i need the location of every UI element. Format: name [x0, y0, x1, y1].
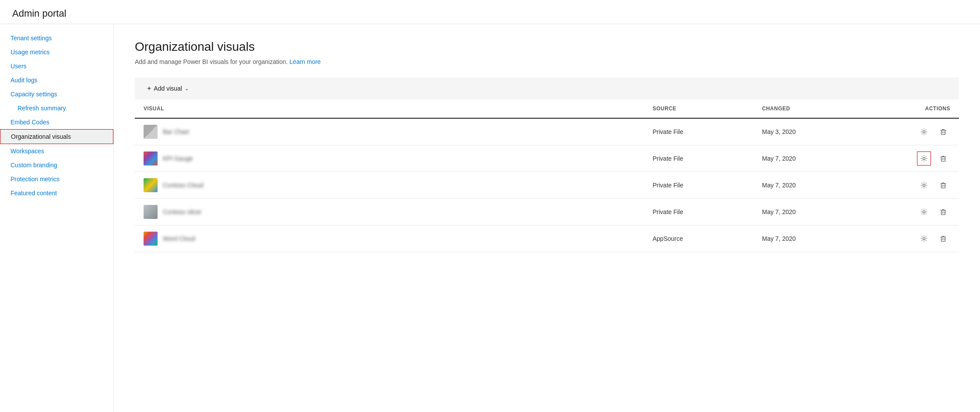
sidebar-item-users[interactable]: Users — [0, 59, 113, 73]
sidebar-item-usage-metrics[interactable]: Usage metrics — [0, 45, 113, 59]
changed-cell-row5: May 7, 2020 — [762, 235, 871, 242]
chevron-down-icon: ⌄ — [185, 86, 189, 92]
gear-button-row3[interactable] — [917, 178, 931, 192]
plus-icon: + — [147, 85, 151, 92]
svg-point-12 — [923, 211, 925, 213]
page-title: Organizational visuals — [135, 40, 959, 54]
sidebar-item-custom-branding[interactable]: Custom branding — [0, 158, 113, 172]
changed-cell-row1: May 3, 2020 — [762, 128, 871, 135]
svg-point-8 — [923, 184, 925, 186]
visual-name-row4: Contoso slicer — [163, 208, 202, 215]
sidebar-item-workspaces[interactable]: Workspaces — [0, 144, 113, 158]
sidebar-item-protection-metrics[interactable]: Protection metrics — [0, 172, 113, 186]
table-header: VISUAL SOURCE CHANGED ACTIONS — [135, 99, 959, 119]
main-content: Organizational visuals Add and manage Po… — [114, 24, 980, 412]
trash-button-row1[interactable] — [936, 125, 950, 139]
actions-cell-row2 — [871, 151, 950, 166]
visual-cell-row1: Bar Chart — [144, 125, 653, 139]
sidebar-item-capacity-settings[interactable]: Capacity settings — [0, 87, 113, 101]
source-cell-row3: Private File — [653, 182, 762, 189]
visual-thumb-row4 — [144, 205, 158, 219]
visual-cell-row2: KPI Gauge — [144, 151, 653, 166]
visual-cell-row4: Contoso slicer — [144, 205, 653, 219]
table-row: Contoso slicerPrivate FileMay 7, 2020 — [135, 199, 959, 225]
svg-point-0 — [923, 130, 925, 133]
visual-thumb-row5 — [144, 232, 158, 246]
visual-name-row2: KPI Gauge — [163, 155, 193, 162]
sidebar-item-tenant-settings[interactable]: Tenant settings — [0, 31, 113, 45]
visual-cell-row5: Word Cloud — [144, 232, 653, 246]
source-cell-row5: AppSource — [653, 235, 762, 242]
changed-cell-row3: May 7, 2020 — [762, 182, 871, 189]
trash-button-row3[interactable] — [936, 178, 950, 192]
col-visual-header: VISUAL — [144, 106, 653, 112]
sidebar-item-organizational-visuals[interactable]: Organizational visuals — [0, 129, 113, 144]
add-visual-button[interactable]: + Add visual ⌄ — [144, 83, 192, 94]
visual-cell-row3: Contoso Cloud — [144, 178, 653, 192]
source-cell-row1: Private File — [653, 128, 762, 135]
visual-name-row5: Word Cloud — [163, 235, 195, 242]
trash-button-row2[interactable] — [936, 151, 950, 166]
trash-button-row5[interactable] — [936, 232, 950, 246]
svg-rect-1 — [941, 130, 945, 134]
svg-rect-9 — [941, 183, 945, 188]
actions-cell-row4 — [871, 205, 950, 219]
col-changed-header: CHANGED — [762, 106, 871, 112]
sidebar-item-featured-content[interactable]: Featured content — [0, 186, 113, 200]
visual-name-row3: Contoso Cloud — [163, 182, 204, 189]
gear-button-row1[interactable] — [917, 125, 931, 139]
main-layout: Tenant settingsUsage metricsUsersAudit l… — [0, 24, 980, 412]
svg-point-16 — [923, 237, 925, 239]
table-row: Bar ChartPrivate FileMay 3, 2020 — [135, 119, 959, 145]
visual-thumb-row1 — [144, 125, 158, 139]
svg-rect-13 — [941, 210, 945, 215]
sidebar: Tenant settingsUsage metricsUsersAudit l… — [0, 24, 114, 412]
table-row: Word CloudAppSourceMay 7, 2020 — [135, 225, 959, 252]
changed-cell-row2: May 7, 2020 — [762, 155, 871, 162]
changed-cell-row4: May 7, 2020 — [762, 208, 871, 215]
actions-cell-row3 — [871, 178, 950, 192]
sidebar-item-embed-codes[interactable]: Embed Codes — [0, 115, 113, 129]
svg-rect-5 — [941, 157, 945, 161]
visual-thumb-row3 — [144, 178, 158, 192]
table-rows-container: Bar ChartPrivate FileMay 3, 2020 KPI Gau… — [135, 119, 959, 252]
col-source-header: SOURCE — [653, 106, 762, 112]
col-actions-header: ACTIONS — [871, 106, 950, 112]
toolbar: + Add visual ⌄ — [135, 77, 959, 99]
page-subtitle: Add and manage Power BI visuals for your… — [135, 58, 959, 65]
subtitle-text: Add and manage Power BI visuals for your… — [135, 58, 288, 65]
sidebar-item-refresh-summary[interactable]: Refresh summary — [0, 101, 113, 115]
gear-button-row5[interactable] — [917, 232, 931, 246]
svg-point-4 — [923, 157, 925, 159]
top-bar: Admin portal — [0, 0, 980, 24]
visual-thumb-row2 — [144, 151, 158, 166]
actions-cell-row5 — [871, 232, 950, 246]
gear-button-row4[interactable] — [917, 205, 931, 219]
source-cell-row4: Private File — [653, 208, 762, 215]
actions-cell-row1 — [871, 125, 950, 139]
table-row: KPI GaugePrivate FileMay 7, 2020 — [135, 145, 959, 172]
trash-button-row4[interactable] — [936, 205, 950, 219]
app-container: Admin portal Tenant settingsUsage metric… — [0, 0, 980, 412]
svg-rect-17 — [941, 237, 945, 241]
gear-button-row2[interactable] — [917, 151, 931, 166]
table-row: Contoso CloudPrivate FileMay 7, 2020 — [135, 172, 959, 199]
sidebar-item-audit-logs[interactable]: Audit logs — [0, 73, 113, 87]
visual-name-row1: Bar Chart — [163, 128, 189, 135]
app-title: Admin portal — [12, 8, 968, 19]
source-cell-row2: Private File — [653, 155, 762, 162]
learn-more-link[interactable]: Learn more — [289, 58, 321, 65]
add-visual-label: Add visual — [154, 85, 182, 92]
